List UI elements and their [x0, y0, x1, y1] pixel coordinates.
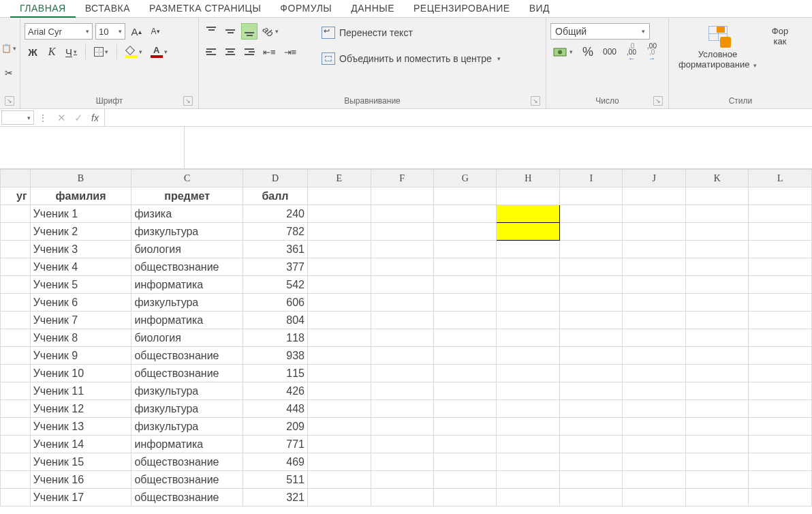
col-header-F[interactable]: F	[371, 170, 433, 187]
align-left-button[interactable]	[203, 44, 219, 60]
cell-E11[interactable]	[308, 365, 371, 382]
cell-L12[interactable]	[749, 382, 812, 400]
cell-H3[interactable]	[497, 223, 560, 241]
table-header-row[interactable]: уг фамилия предмет балл	[1, 187, 812, 205]
cell-J17[interactable]	[623, 471, 685, 489]
table-row[interactable]: Ученик 6физкультура606	[1, 294, 812, 312]
cell-G16[interactable]	[433, 453, 497, 471]
cell-K7[interactable]	[685, 294, 749, 312]
col-header-C[interactable]: C	[131, 170, 243, 187]
ribbon-tab-formulas[interactable]: ФОРМУЛЫ	[270, 0, 341, 17]
cell-K9[interactable]	[685, 329, 749, 347]
cell-G11[interactable]	[433, 365, 497, 382]
cell-L18[interactable]	[749, 489, 812, 507]
cell-A8[interactable]	[1, 312, 31, 329]
cell-K12[interactable]	[685, 382, 749, 400]
cell-D15[interactable]: 771	[243, 436, 307, 453]
cell-K4[interactable]	[685, 241, 749, 258]
align-middle-button[interactable]	[222, 23, 238, 40]
cell-K16[interactable]	[685, 453, 749, 471]
underline-button[interactable]: Ч▾	[63, 44, 80, 60]
cell-I13[interactable]	[560, 400, 623, 418]
font-size-combobox[interactable]: 10▾	[95, 23, 125, 40]
col-header-K[interactable]: K	[685, 170, 749, 187]
cell[interactable]	[560, 187, 623, 205]
cell-D16[interactable]: 469	[243, 453, 307, 471]
fill-color-button[interactable]: ▾	[123, 44, 145, 60]
cell-F6[interactable]	[371, 276, 433, 294]
cell-L9[interactable]	[749, 329, 812, 347]
cell-C3[interactable]: физкультура	[131, 223, 243, 241]
cell-B15[interactable]: Ученик 14	[30, 436, 131, 453]
cell-K10[interactable]	[685, 347, 749, 365]
cell-A6[interactable]	[1, 276, 31, 294]
cell-L5[interactable]	[749, 258, 812, 276]
cell-A9[interactable]	[1, 329, 31, 347]
cell-D14[interactable]: 209	[243, 418, 307, 436]
cell-F13[interactable]	[371, 400, 433, 418]
col-header-E[interactable]: E	[308, 170, 371, 187]
cell-A7[interactable]	[1, 294, 31, 312]
cell-I6[interactable]	[560, 276, 623, 294]
cell-H17[interactable]	[497, 471, 560, 489]
table-row[interactable]: Ученик 2физкультура782	[1, 223, 812, 241]
cell-G8[interactable]	[433, 312, 497, 329]
cell-B17[interactable]: Ученик 16	[30, 471, 131, 489]
cell-G14[interactable]	[433, 418, 497, 436]
cell-E8[interactable]	[308, 312, 371, 329]
cell-C10[interactable]: обществознание	[131, 347, 243, 365]
cell-A1[interactable]: уг	[1, 187, 31, 205]
cell-D9[interactable]: 118	[243, 329, 307, 347]
table-row[interactable]: Ученик 3биология361	[1, 241, 812, 258]
cell-B16[interactable]: Ученик 15	[30, 453, 131, 471]
table-row[interactable]: Ученик 16обществознание511	[1, 471, 812, 489]
number-format-combobox[interactable]: Общий▾	[550, 23, 650, 40]
cell-F17[interactable]	[371, 471, 433, 489]
cell-I5[interactable]	[560, 258, 623, 276]
cell-D11[interactable]: 115	[243, 365, 307, 382]
cell-J12[interactable]	[623, 382, 685, 400]
cell-I15[interactable]	[560, 436, 623, 453]
cell-A2[interactable]	[1, 205, 31, 223]
cell-E13[interactable]	[308, 400, 371, 418]
cell-E12[interactable]	[308, 382, 371, 400]
cell-J13[interactable]	[623, 400, 685, 418]
col-header-B[interactable]: B	[30, 170, 131, 187]
cell-H6[interactable]	[497, 276, 560, 294]
cell-J8[interactable]	[623, 312, 685, 329]
cell-D3[interactable]: 782	[243, 223, 307, 241]
cell-E17[interactable]	[308, 471, 371, 489]
cell-C12[interactable]: физкультура	[131, 382, 243, 400]
cell-B6[interactable]: Ученик 5	[30, 276, 131, 294]
cell-B2[interactable]: Ученик 1	[30, 205, 131, 223]
table-row[interactable]: Ученик 4обществознание377	[1, 258, 812, 276]
cell-K5[interactable]	[685, 258, 749, 276]
italic-button[interactable]: К	[44, 44, 60, 60]
cell-F12[interactable]	[371, 382, 433, 400]
orientation-button[interactable]: ab▾	[260, 23, 281, 40]
format-painter-icon[interactable]: ✂	[1, 65, 16, 80]
cell-C5[interactable]: обществознание	[131, 258, 243, 276]
cell-G17[interactable]	[433, 471, 497, 489]
cell-E10[interactable]	[308, 347, 371, 365]
table-row[interactable]: Ученик 17обществознание321	[1, 489, 812, 507]
cell-J2[interactable]	[623, 205, 685, 223]
cell-H5[interactable]	[497, 258, 560, 276]
cell-H4[interactable]	[497, 241, 560, 258]
align-bottom-button[interactable]	[241, 23, 257, 40]
cell-C1[interactable]: предмет	[131, 187, 243, 205]
cell-K6[interactable]	[685, 276, 749, 294]
cell-G12[interactable]	[433, 382, 497, 400]
format-as-table-button[interactable]: Форкак	[768, 25, 792, 48]
cell-I16[interactable]	[560, 453, 623, 471]
cell-L16[interactable]	[749, 453, 812, 471]
cell-J15[interactable]	[623, 436, 685, 453]
cell-I9[interactable]	[560, 329, 623, 347]
cell-A3[interactable]	[1, 223, 31, 241]
cell-J5[interactable]	[623, 258, 685, 276]
name-box[interactable]: ▾	[1, 110, 34, 125]
alignment-dialog-launcher-icon[interactable]: ↘	[531, 96, 540, 106]
cell-C9[interactable]: биология	[131, 329, 243, 347]
cell-B12[interactable]: Ученик 11	[30, 382, 131, 400]
cell-H11[interactable]	[497, 365, 560, 382]
